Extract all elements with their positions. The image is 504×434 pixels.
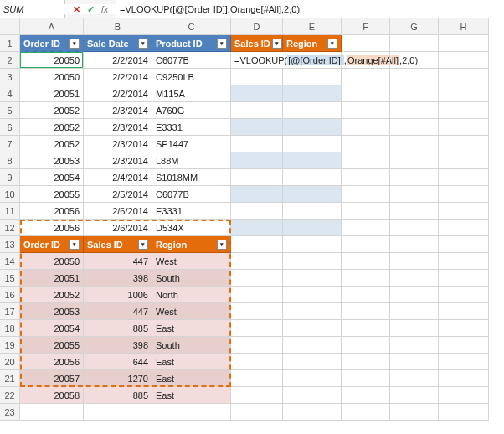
cell-date[interactable]: 2/2/2014 [84,69,152,85]
cell-sid[interactable] [231,152,283,169]
cell-date[interactable]: 2/2/2014 [84,85,152,102]
filter-dropdown-icon[interactable]: ▾ [138,240,148,250]
empty-cell[interactable] [390,404,439,421]
cell2-sid[interactable]: 398 [84,270,152,287]
cell2-reg[interactable]: East [152,320,231,337]
cell-sid[interactable] [231,119,283,136]
empty-cell[interactable] [439,236,489,253]
empty-cell[interactable] [342,253,390,270]
empty-cell[interactable] [342,119,390,136]
cell-oid[interactable]: 20052 [20,136,84,152]
cell2-oid[interactable]: 20056 [20,354,84,370]
fx-icon[interactable]: fx [99,3,111,15]
empty-cell[interactable] [283,404,342,421]
empty-cell[interactable] [342,287,390,303]
worksheet-grid[interactable]: ABCDEFGH1Order ID▾Sale Date▾Product ID▾S… [0,18,504,421]
empty-cell[interactable] [439,387,489,404]
cell-pid[interactable]: C6077B [152,52,231,69]
empty-cell[interactable] [231,404,283,421]
empty-cell[interactable] [231,236,283,253]
empty-cell[interactable] [390,152,439,169]
empty-cell[interactable] [342,52,390,69]
cell-region[interactable] [283,220,342,236]
empty-cell[interactable] [342,270,390,287]
empty-cell[interactable] [342,152,390,169]
row-header-17[interactable]: 17 [0,303,20,320]
empty-cell[interactable] [390,337,439,354]
empty-cell[interactable] [342,203,390,220]
row-header-10[interactable]: 10 [0,186,20,203]
empty-cell[interactable] [390,253,439,270]
cell2-sid[interactable]: 1006 [84,287,152,303]
row-header-11[interactable]: 11 [0,203,20,220]
cell-date[interactable]: 2/5/2014 [84,186,152,203]
empty-cell[interactable] [390,203,439,220]
cell2-oid[interactable]: 20055 [20,337,84,354]
cell-oid[interactable]: 20056 [20,220,84,236]
cell-pid[interactable]: S1018MM [152,169,231,186]
empty-cell[interactable] [390,387,439,404]
empty-cell[interactable] [390,169,439,186]
cell-region[interactable] [283,119,342,136]
empty-cell[interactable] [439,370,489,387]
cell2-oid[interactable]: 20053 [20,303,84,320]
empty-cell[interactable] [342,303,390,320]
filter-dropdown-icon[interactable]: ▾ [69,240,80,250]
cell-date[interactable]: 2/3/2014 [84,136,152,152]
empty-cell[interactable] [390,102,439,119]
row-header-14[interactable]: 14 [0,253,20,270]
name-box[interactable]: ▾ [0,0,65,18]
enter-icon[interactable]: ✓ [85,3,96,15]
cell-sid[interactable] [231,203,283,220]
empty-cell[interactable] [231,337,283,354]
empty-cell[interactable] [283,270,342,287]
empty-cell[interactable] [342,69,390,85]
cell-region[interactable] [283,186,342,203]
empty-cell[interactable] [390,354,439,370]
empty-cell[interactable] [20,404,84,421]
cell-region[interactable] [283,69,342,85]
empty-cell[interactable] [342,85,390,102]
empty-cell[interactable] [283,354,342,370]
cell-sid[interactable] [231,136,283,152]
empty-cell[interactable] [231,320,283,337]
empty-cell[interactable] [439,169,489,186]
empty-cell[interactable] [342,35,390,52]
empty-cell[interactable] [390,220,439,236]
cell-date[interactable]: 2/2/2014 [84,52,152,69]
empty-cell[interactable] [390,69,439,85]
row-header-15[interactable]: 15 [0,270,20,287]
empty-cell[interactable] [439,354,489,370]
row-header-4[interactable]: 4 [0,85,20,102]
cell-region[interactable] [283,169,342,186]
empty-cell[interactable] [390,236,439,253]
empty-cell[interactable] [342,186,390,203]
cell-pid[interactable]: SP1447 [152,136,231,152]
cell-sid[interactable] [231,102,283,119]
empty-cell[interactable] [439,337,489,354]
cell2-oid[interactable]: 20054 [20,320,84,337]
empty-cell[interactable] [231,387,283,404]
cell2-reg[interactable]: South [152,337,231,354]
cell2-sid[interactable]: 1270 [84,370,152,387]
empty-cell[interactable] [152,404,231,421]
cancel-icon[interactable]: ✕ [70,3,82,15]
row-header-13[interactable]: 13 [0,236,20,253]
empty-cell[interactable] [439,203,489,220]
empty-cell[interactable] [439,220,489,236]
cell-sid[interactable] [231,169,283,186]
cell2-sid[interactable]: 447 [84,253,152,270]
col-header-B[interactable]: B [84,18,152,35]
cell2-sid[interactable]: 885 [84,320,152,337]
empty-cell[interactable] [283,287,342,303]
empty-cell[interactable] [390,85,439,102]
empty-cell[interactable] [231,370,283,387]
cell-date[interactable]: 2/6/2014 [84,203,152,220]
cell2-reg[interactable]: East [152,387,231,404]
cell-oid[interactable]: 20053 [20,152,84,169]
empty-cell[interactable] [342,370,390,387]
empty-cell[interactable] [439,119,489,136]
empty-cell[interactable] [390,186,439,203]
formula-input[interactable]: =VLOOKUP([@[Order ID]],Orange[#All],2,0) [116,0,504,18]
row-header-6[interactable]: 6 [0,119,20,136]
